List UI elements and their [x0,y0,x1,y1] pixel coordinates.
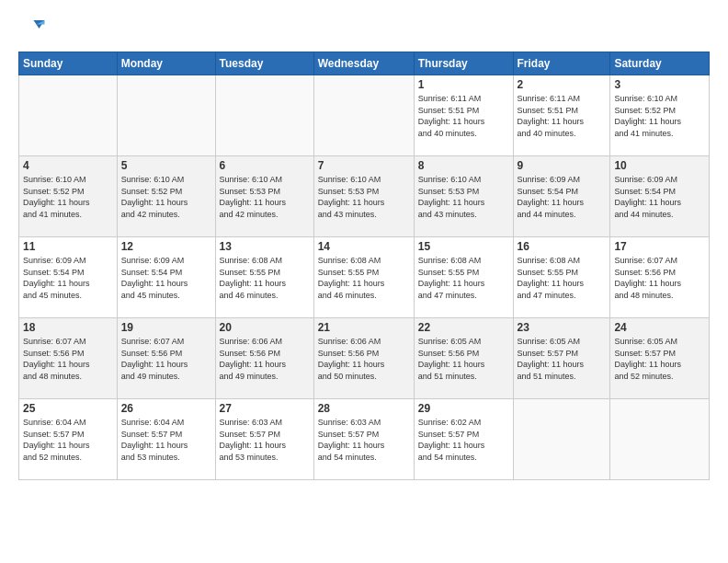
calendar-cell: 9Sunrise: 6:09 AM Sunset: 5:54 PM Daylig… [513,156,610,237]
weekday-header-sunday: Sunday [19,52,118,75]
day-number: 2 [518,78,607,91]
day-info: Sunrise: 6:03 AM Sunset: 5:57 PM Dayligh… [318,417,410,463]
day-number: 26 [121,402,211,415]
weekday-header-monday: Monday [117,52,215,75]
day-number: 23 [518,321,607,334]
logo-icon [18,15,46,42]
day-number: 4 [23,159,113,172]
day-number: 27 [220,402,310,415]
calendar-cell: 10Sunrise: 6:09 AM Sunset: 5:54 PM Dayli… [610,156,710,237]
calendar-cell [117,75,215,156]
calendar-cell: 13Sunrise: 6:08 AM Sunset: 5:55 PM Dayli… [215,237,313,318]
day-info: Sunrise: 6:07 AM Sunset: 5:56 PM Dayligh… [614,255,705,301]
day-number: 1 [418,78,509,91]
day-info: Sunrise: 6:11 AM Sunset: 5:51 PM Dayligh… [518,93,607,139]
day-number: 17 [614,240,705,253]
day-number: 15 [418,240,509,253]
calendar-cell: 4Sunrise: 6:10 AM Sunset: 5:52 PM Daylig… [19,156,118,237]
calendar-cell: 17Sunrise: 6:07 AM Sunset: 5:56 PM Dayli… [610,237,710,318]
calendar-week-row: 11Sunrise: 6:09 AM Sunset: 5:54 PM Dayli… [19,237,710,318]
calendar-cell: 20Sunrise: 6:06 AM Sunset: 5:56 PM Dayli… [215,318,313,399]
calendar-cell: 16Sunrise: 6:08 AM Sunset: 5:55 PM Dayli… [513,237,610,318]
day-info: Sunrise: 6:03 AM Sunset: 5:57 PM Dayligh… [220,417,310,463]
calendar-cell: 1Sunrise: 6:11 AM Sunset: 5:51 PM Daylig… [414,75,513,156]
weekday-header-wednesday: Wednesday [313,52,414,75]
day-info: Sunrise: 6:08 AM Sunset: 5:55 PM Dayligh… [518,255,607,301]
calendar-week-row: 18Sunrise: 6:07 AM Sunset: 5:56 PM Dayli… [19,318,710,399]
calendar-cell: 18Sunrise: 6:07 AM Sunset: 5:56 PM Dayli… [19,318,118,399]
day-number: 24 [614,321,705,334]
calendar: SundayMondayTuesdayWednesdayThursdayFrid… [18,52,710,480]
day-number: 3 [614,78,705,91]
day-number: 9 [518,159,607,172]
page: SundayMondayTuesdayWednesdayThursdayFrid… [0,0,728,563]
day-number: 28 [318,402,410,415]
calendar-cell: 21Sunrise: 6:06 AM Sunset: 5:56 PM Dayli… [313,318,414,399]
day-number: 19 [121,321,211,334]
day-info: Sunrise: 6:06 AM Sunset: 5:56 PM Dayligh… [318,336,410,382]
calendar-cell: 8Sunrise: 6:10 AM Sunset: 5:53 PM Daylig… [414,156,513,237]
day-number: 21 [318,321,410,334]
day-number: 11 [23,240,113,253]
day-number: 13 [220,240,310,253]
day-info: Sunrise: 6:09 AM Sunset: 5:54 PM Dayligh… [121,255,211,301]
day-info: Sunrise: 6:04 AM Sunset: 5:57 PM Dayligh… [121,417,211,463]
day-info: Sunrise: 6:09 AM Sunset: 5:54 PM Dayligh… [518,174,607,220]
day-number: 20 [220,321,310,334]
calendar-cell [313,75,414,156]
day-info: Sunrise: 6:04 AM Sunset: 5:57 PM Dayligh… [23,417,113,463]
day-info: Sunrise: 6:10 AM Sunset: 5:53 PM Dayligh… [418,174,509,220]
calendar-cell: 24Sunrise: 6:05 AM Sunset: 5:57 PM Dayli… [610,318,710,399]
day-info: Sunrise: 6:10 AM Sunset: 5:53 PM Dayligh… [318,174,410,220]
day-info: Sunrise: 6:06 AM Sunset: 5:56 PM Dayligh… [220,336,310,382]
calendar-cell: 25Sunrise: 6:04 AM Sunset: 5:57 PM Dayli… [19,399,118,480]
day-info: Sunrise: 6:11 AM Sunset: 5:51 PM Dayligh… [418,93,509,139]
calendar-cell [215,75,313,156]
calendar-cell: 12Sunrise: 6:09 AM Sunset: 5:54 PM Dayli… [117,237,215,318]
calendar-cell: 27Sunrise: 6:03 AM Sunset: 5:57 PM Dayli… [215,399,313,480]
calendar-week-row: 25Sunrise: 6:04 AM Sunset: 5:57 PM Dayli… [19,399,710,480]
day-info: Sunrise: 6:10 AM Sunset: 5:53 PM Dayligh… [220,174,310,220]
day-number: 22 [418,321,509,334]
weekday-header-row: SundayMondayTuesdayWednesdayThursdayFrid… [19,52,710,75]
day-info: Sunrise: 6:10 AM Sunset: 5:52 PM Dayligh… [614,93,705,139]
calendar-cell: 11Sunrise: 6:09 AM Sunset: 5:54 PM Dayli… [19,237,118,318]
day-number: 7 [318,159,410,172]
calendar-cell: 23Sunrise: 6:05 AM Sunset: 5:57 PM Dayli… [513,318,610,399]
calendar-cell: 3Sunrise: 6:10 AM Sunset: 5:52 PM Daylig… [610,75,710,156]
day-number: 29 [418,402,509,415]
calendar-cell: 15Sunrise: 6:08 AM Sunset: 5:55 PM Dayli… [414,237,513,318]
day-info: Sunrise: 6:08 AM Sunset: 5:55 PM Dayligh… [418,255,509,301]
day-info: Sunrise: 6:05 AM Sunset: 5:57 PM Dayligh… [614,336,705,382]
calendar-cell: 7Sunrise: 6:10 AM Sunset: 5:53 PM Daylig… [313,156,414,237]
day-number: 10 [614,159,705,172]
calendar-cell: 28Sunrise: 6:03 AM Sunset: 5:57 PM Dayli… [313,399,414,480]
day-info: Sunrise: 6:10 AM Sunset: 5:52 PM Dayligh… [23,174,113,220]
day-info: Sunrise: 6:05 AM Sunset: 5:57 PM Dayligh… [518,336,607,382]
logo [18,15,50,42]
day-info: Sunrise: 6:08 AM Sunset: 5:55 PM Dayligh… [220,255,310,301]
day-number: 16 [518,240,607,253]
weekday-header-thursday: Thursday [414,52,513,75]
calendar-cell: 19Sunrise: 6:07 AM Sunset: 5:56 PM Dayli… [117,318,215,399]
calendar-cell [513,399,610,480]
day-number: 12 [121,240,211,253]
day-number: 25 [23,402,113,415]
day-info: Sunrise: 6:02 AM Sunset: 5:57 PM Dayligh… [418,417,509,463]
calendar-cell [610,399,710,480]
day-number: 14 [318,240,410,253]
weekday-header-tuesday: Tuesday [215,52,313,75]
day-info: Sunrise: 6:09 AM Sunset: 5:54 PM Dayligh… [614,174,705,220]
day-number: 8 [418,159,509,172]
calendar-cell: 14Sunrise: 6:08 AM Sunset: 5:55 PM Dayli… [313,237,414,318]
calendar-cell: 6Sunrise: 6:10 AM Sunset: 5:53 PM Daylig… [215,156,313,237]
day-number: 5 [121,159,211,172]
calendar-cell: 2Sunrise: 6:11 AM Sunset: 5:51 PM Daylig… [513,75,610,156]
weekday-header-saturday: Saturday [610,52,710,75]
day-info: Sunrise: 6:07 AM Sunset: 5:56 PM Dayligh… [23,336,113,382]
header [18,15,710,42]
day-info: Sunrise: 6:08 AM Sunset: 5:55 PM Dayligh… [318,255,410,301]
calendar-cell: 26Sunrise: 6:04 AM Sunset: 5:57 PM Dayli… [117,399,215,480]
calendar-cell [19,75,118,156]
day-info: Sunrise: 6:07 AM Sunset: 5:56 PM Dayligh… [121,336,211,382]
